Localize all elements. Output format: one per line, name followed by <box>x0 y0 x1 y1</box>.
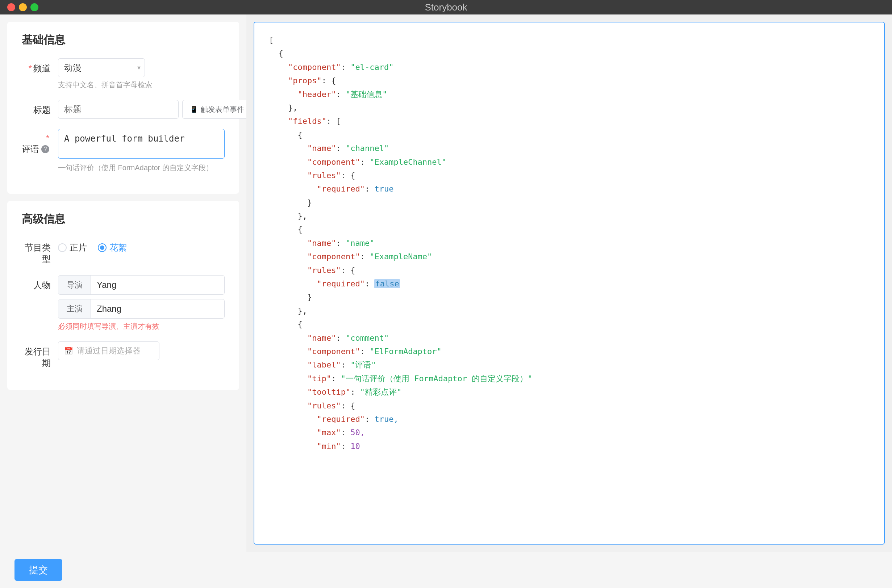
radio-label-zhengpian: 正片 <box>69 242 87 254</box>
comment-content: A powerful form builder 一句话评价（使用 FormAda… <box>58 129 225 173</box>
person-content: 导演 主演 必须同时填写导演、主演才有效 <box>58 275 225 331</box>
tooltip-icon[interactable]: ? <box>41 145 49 153</box>
main-content: 基础信息 *频道 动漫 ▾ 支持中文名、拼音首字母检索 <box>0 15 892 552</box>
comment-label-text: 评语 ? <box>22 143 51 155</box>
actor-row: 主演 <box>58 299 225 319</box>
trigger-event-button[interactable]: 📱 触发表单事件 <box>182 100 247 119</box>
basic-info-card: 基础信息 *频道 动漫 ▾ 支持中文名、拼音首字母检索 <box>7 22 239 194</box>
channel-field: *频道 动漫 ▾ 支持中文名、拼音首字母检索 <box>22 58 225 90</box>
channel-content: 动漫 ▾ 支持中文名、拼音首字母检索 <box>58 58 225 90</box>
title-content: 📱 触发表单事件 <box>58 100 247 119</box>
comment-label: * 评语 ? <box>22 129 58 155</box>
trigger-icon: 📱 <box>190 105 198 113</box>
person-hint: 必须同时填写导演、主演才有效 <box>58 321 225 331</box>
comment-textarea[interactable]: A powerful form builder <box>58 129 225 159</box>
title-label: 标题 <box>22 100 58 116</box>
window-title: Storybook <box>425 2 467 13</box>
date-placeholder: 请通过日期选择器 <box>77 345 141 356</box>
comment-hint: 一句话评价（使用 FormAdaptor 的自定义字段） <box>58 163 225 173</box>
required-star-comment: * <box>46 133 49 143</box>
radio-huaxu[interactable]: 花絮 <box>98 242 127 254</box>
channel-select-control[interactable]: 动漫 <box>58 58 145 77</box>
advanced-info-card: 高级信息 节目类型 正片 花絮 <box>7 201 239 390</box>
person-field: 人物 导演 主演 必须同时填写导演、主演才有效 <box>22 275 225 331</box>
titlebar: Storybook <box>0 0 892 15</box>
person-group: 导演 主演 <box>58 275 225 319</box>
actor-input[interactable] <box>91 299 224 318</box>
program-type-field: 节目类型 正片 花絮 <box>22 237 225 265</box>
comment-field: * 评语 ? A powerful form builder 一句话评价（使用 … <box>22 129 225 173</box>
director-tag: 导演 <box>58 276 91 294</box>
title-input-group: 📱 触发表单事件 <box>58 100 247 119</box>
program-type-content: 正片 花絮 <box>58 237 225 254</box>
title-field: 标题 📱 触发表单事件 <box>22 100 225 119</box>
bottom-bar: 提交 <box>0 552 892 588</box>
close-button[interactable] <box>7 3 15 11</box>
program-type-label: 节目类型 <box>22 237 58 265</box>
director-row: 导演 <box>58 275 225 295</box>
radio-outer-zhengpian <box>58 243 67 252</box>
radio-zhengpian[interactable]: 正片 <box>58 242 87 254</box>
title-input[interactable] <box>58 100 179 119</box>
right-panel: [ { "component": "el-card" "props": { "h… <box>247 15 892 552</box>
minimize-button[interactable] <box>19 3 27 11</box>
date-content: 📅 请通过日期选择器 <box>58 341 225 360</box>
advanced-info-title: 高级信息 <box>22 212 225 226</box>
submit-button[interactable]: 提交 <box>15 559 62 581</box>
radio-inner-huaxu <box>100 246 104 250</box>
channel-select[interactable]: 动漫 ▾ <box>58 58 145 77</box>
required-star: * <box>29 63 32 73</box>
channel-label: *频道 <box>22 58 58 74</box>
director-input[interactable] <box>91 276 224 294</box>
basic-info-title: 基础信息 <box>22 33 225 47</box>
radio-group: 正片 花絮 <box>58 237 225 254</box>
traffic-lights <box>7 3 38 11</box>
calendar-icon: 📅 <box>64 346 73 355</box>
actor-tag: 主演 <box>58 299 91 318</box>
channel-hint: 支持中文名、拼音首字母检索 <box>58 80 225 90</box>
fullscreen-button[interactable] <box>30 3 38 11</box>
json-editor[interactable]: [ { "component": "el-card" "props": { "h… <box>254 22 885 544</box>
date-label: 发行日期 <box>22 341 58 369</box>
radio-outer-huaxu <box>98 243 107 252</box>
date-field: 发行日期 📅 请通过日期选择器 <box>22 341 225 369</box>
date-picker[interactable]: 📅 请通过日期选择器 <box>58 341 159 360</box>
radio-label-huaxu: 花絮 <box>110 242 127 254</box>
person-label: 人物 <box>22 275 58 291</box>
chevron-down-icon: ▾ <box>137 64 141 72</box>
left-panel: 基础信息 *频道 动漫 ▾ 支持中文名、拼音首字母检索 <box>0 15 247 552</box>
